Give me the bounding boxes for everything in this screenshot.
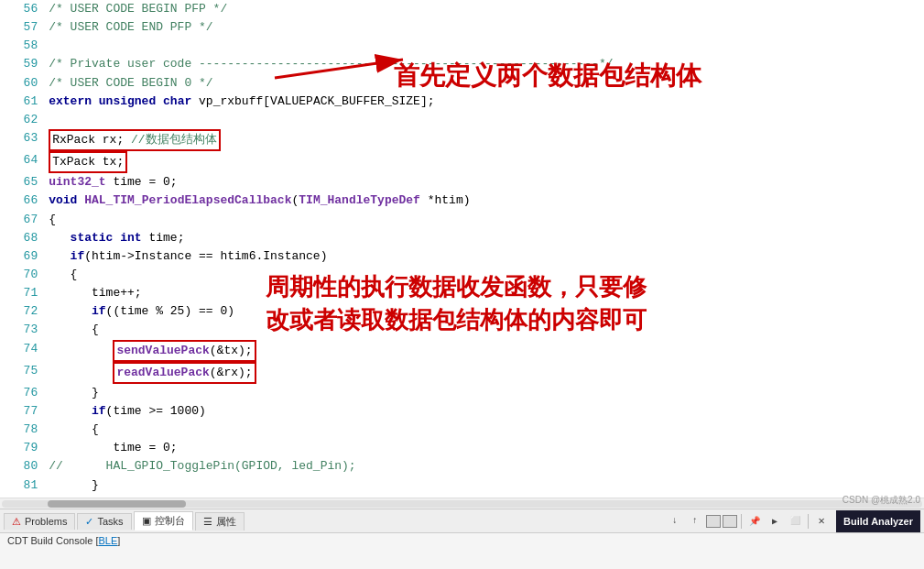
filter-btn[interactable]: [723, 515, 737, 528]
console-icon: ▣: [142, 515, 151, 527]
close-btn[interactable]: ✕: [812, 513, 831, 530]
scroll-down-btn[interactable]: ↓: [666, 513, 684, 530]
restore-btn[interactable]: ⬜: [786, 513, 804, 530]
bottom-panel: ⚠ Problems ✓ Tasks ▣ 控制台 ☰ 属性 ↓ ↑ 📌 ▶ ⬜ …: [0, 509, 924, 569]
code-editor: 56 /* USER CODE BEGIN PFP */ 57 /* USER …: [0, 0, 924, 498]
props-icon: ☰: [203, 516, 212, 528]
table-row: 60 /* USER CODE BEGIN 0 */: [0, 74, 924, 93]
tab-problems[interactable]: ⚠ Problems: [4, 513, 75, 530]
clear-btn[interactable]: [706, 515, 721, 528]
separator-1: [741, 514, 742, 529]
task-icon: ✓: [85, 516, 93, 528]
separator-2: [808, 514, 809, 529]
table-row: 76 }: [0, 384, 924, 402]
table-row: 63 RxPack rx; //数据包结构体: [0, 129, 924, 151]
table-row: 67 {: [0, 211, 924, 229]
tab-console-label: 控制台: [155, 514, 185, 528]
warning-icon: ⚠: [12, 516, 21, 528]
table-row: 64 TxPack tx;: [0, 151, 924, 173]
horizontal-scrollbar[interactable]: [0, 498, 924, 509]
table-row: 62: [0, 111, 924, 129]
table-row: 82 }: [0, 495, 924, 498]
table-row: 70 {: [0, 266, 924, 284]
table-row: 80 // HAL_GPIO_TogglePin(GPIOD, led_Pin)…: [0, 457, 924, 476]
table-row: 75 readValuePack(&rx);: [0, 362, 924, 384]
table-row: 56 /* USER CODE BEGIN PFP */: [0, 0, 924, 18]
tab-props[interactable]: ☰ 属性: [195, 512, 245, 531]
console-label-end: ]: [117, 535, 120, 546]
table-row: 73 {: [0, 321, 924, 339]
table-row: 57 /* USER CODE END PFP */: [0, 18, 924, 37]
tab-tasks-label: Tasks: [97, 516, 123, 527]
table-row: 77 if(time >= 1000): [0, 402, 924, 421]
console-area: CDT Build Console [BLE]: [0, 533, 924, 569]
table-row: 78 {: [0, 421, 924, 439]
pin-btn[interactable]: 📌: [745, 513, 764, 530]
code-table: 56 /* USER CODE BEGIN PFP */ 57 /* USER …: [0, 0, 924, 498]
table-row: 81 }: [0, 476, 924, 495]
table-row: 65 uint32_t time = 0;: [0, 173, 924, 191]
tab-tasks[interactable]: ✓ Tasks: [77, 513, 131, 530]
tab-props-label: 属性: [216, 515, 236, 529]
build-analyzer-tab[interactable]: Build Analyzer: [836, 510, 920, 532]
build-analyzer-label: Build Analyzer: [843, 516, 913, 527]
table-row: 58: [0, 37, 924, 55]
table-row: 69 if(htim->Instance == htim6.Instance): [0, 247, 924, 266]
scroll-up-btn[interactable]: ↑: [686, 513, 704, 530]
table-row: 68 static int time;: [0, 229, 924, 247]
tabs-row: ⚠ Problems ✓ Tasks ▣ 控制台 ☰ 属性 ↓ ↑ 📌 ▶ ⬜ …: [0, 509, 924, 533]
tab-problems-label: Problems: [25, 516, 67, 527]
table-row: 74 sendValuePack(&tx);: [0, 340, 924, 362]
maximize-btn[interactable]: ▶: [766, 513, 784, 530]
scroll-thumb[interactable]: [48, 500, 186, 508]
table-row: 61 extern unsigned char vp_rxbuff[VALUEP…: [0, 93, 924, 111]
console-label: CDT Build Console [: [7, 535, 98, 546]
console-content-row: CDT Build Console [BLE] CSDN @桃成熟2.0: [0, 533, 924, 569]
table-row: 59 /* Private user code ----------------…: [0, 55, 924, 73]
scroll-track: [2, 500, 922, 508]
table-row: 79 time = 0;: [0, 439, 924, 457]
ble-link[interactable]: BLE: [98, 535, 117, 546]
table-row: 72 if((time % 25) == 0): [0, 302, 924, 321]
table-row: 71 time++;: [0, 284, 924, 302]
table-row: 66 void HAL_TIM_PeriodElapsedCallback(TI…: [0, 191, 924, 210]
csdn-watermark: CSDN @桃成熟2.0: [842, 494, 920, 507]
tab-console[interactable]: ▣ 控制台: [134, 511, 193, 531]
